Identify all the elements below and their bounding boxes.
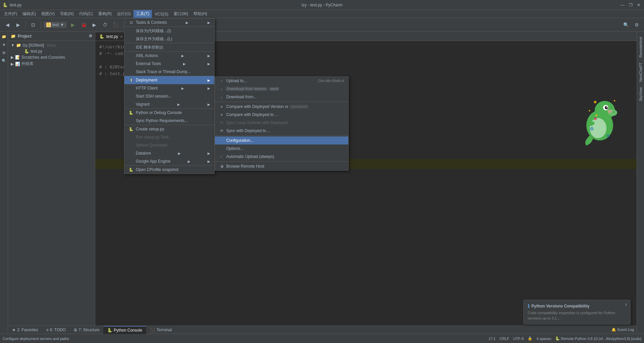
app-icon: 🐍 <box>3 3 8 7</box>
deploy-options[interactable]: Options... <box>215 145 348 153</box>
status-deployment-hint[interactable]: Configure deployment servers and paths <box>3 337 69 341</box>
menu-file[interactable]: 文件(F) <box>1 10 20 18</box>
bottom-tab-terminal[interactable]: ⬛ Terminal <box>146 326 176 334</box>
deploy-upload[interactable]: ↑ Upload to... Ctrl+Alt+Shift+X <box>215 77 348 85</box>
toolbar-search[interactable]: 🔍 <box>621 20 631 30</box>
svg-text:✦: ✦ <box>588 109 591 113</box>
menu-refactor[interactable]: 重构(R) <box>96 10 115 18</box>
download-server-suffix: word <box>270 87 278 91</box>
menu-navigate[interactable]: 导航(N) <box>57 10 76 18</box>
stop-button[interactable]: ⬛ <box>111 20 120 30</box>
toolbar-settings[interactable]: ⚙ <box>632 20 641 30</box>
tasks-icon: ⊡ <box>128 20 134 25</box>
status-encoding[interactable]: UTF-8 <box>513 337 524 341</box>
close-button[interactable]: ✕ <box>636 2 641 8</box>
menu-code[interactable]: 代码(C) <box>76 10 96 18</box>
notification-body: Code compatibility inspection is configu… <box>528 310 626 321</box>
sync-label: Sync Python Requirements... <box>136 118 188 123</box>
menu-view[interactable]: 视图(V) <box>39 10 57 18</box>
profile-button[interactable]: ⏱ <box>100 20 110 30</box>
menu-window[interactable]: 窗口(W) <box>171 10 191 18</box>
tab-close-icon[interactable]: ✕ <box>120 35 123 39</box>
toolbar-back[interactable]: ◀ <box>3 20 12 30</box>
menu-help[interactable]: 帮助(H) <box>191 10 210 18</box>
status-indent[interactable]: 4 spaces <box>536 337 551 341</box>
bottom-tab-python-console[interactable]: 🐍 Python Console <box>103 326 146 334</box>
sync-to-label: Sync with Deployed to ... <box>226 128 271 133</box>
event-log-label[interactable]: 🔔 Event Log <box>611 328 634 332</box>
notification-title-text: Python Versions Compatibility <box>531 304 589 308</box>
right-label-remote[interactable]: RemoteHost <box>638 34 644 60</box>
menu-vcs[interactable]: VCS(S) <box>152 10 171 18</box>
deploy-auto-upload[interactable]: ✓ Automatic Upload (always) <box>215 153 348 161</box>
tools-save-template[interactable]: 保存为代码模板...(I) <box>124 27 214 35</box>
sidebar-icon-2[interactable]: ⊞ <box>0 49 8 56</box>
sidebar-icon-3[interactable]: 🔍 <box>0 57 8 64</box>
minimize-button[interactable]: — <box>620 2 625 8</box>
python-console-tab-label: Python Console <box>114 328 142 333</box>
tools-create-setup[interactable]: 🐍 Create setup.py <box>124 125 214 133</box>
tools-external-tools[interactable]: External Tools ▶ <box>124 60 214 68</box>
vagrant-label: Vagrant <box>136 102 150 107</box>
deploy-configuration[interactable]: Configuration... <box>215 136 348 145</box>
tools-stack-trace[interactable]: Stack Trace or Thread Dump... <box>124 68 214 76</box>
bottom-tab-todo[interactable]: ≡ 6: TODO <box>42 326 70 334</box>
tools-save-file-template[interactable]: 保存文件为模板...(L) <box>124 35 214 43</box>
bottom-tab-structure[interactable]: ⊞ 7: Structure <box>70 326 103 334</box>
deploy-sync-to[interactable]: ⟳ Sync with Deployed to ... <box>215 127 348 135</box>
tools-xml-actions[interactable]: XML Actions ▶ <box>124 52 214 60</box>
menu-edit[interactable]: 编辑(E) <box>20 10 39 18</box>
toolbar-sep-3 <box>123 21 123 29</box>
deploy-download[interactable]: ↓ Download from... <box>215 93 348 101</box>
deploy-sep-3 <box>215 161 348 162</box>
tree-item-test[interactable]: 🐍 test.py <box>8 48 95 54</box>
notification-close[interactable]: ∨ <box>625 302 628 307</box>
status-line-endings[interactable]: CRLF <box>500 337 509 341</box>
title-left: 🐍 test.py <box>3 3 21 7</box>
tools-google-app[interactable]: Google App Engine ▶ <box>124 157 214 165</box>
bottom-tab-favorites[interactable]: ★ 2: Favorites <box>8 326 42 334</box>
status-lock[interactable]: 🔒 <box>528 336 532 341</box>
run-button[interactable]: ▶ <box>68 20 77 30</box>
right-label-sky[interactable]: SkyView <box>638 84 644 104</box>
tools-deployment[interactable]: ⬆ Deployment ▶ <box>124 76 214 84</box>
project-gear-icon[interactable]: ⚙ <box>89 34 92 38</box>
status-interpreter[interactable]: 🐍 Remote Python 3.8.10 (sf.../bin/python… <box>555 336 641 341</box>
maximize-button[interactable]: ❐ <box>628 2 633 8</box>
tools-sync-requirements[interactable]: Sync Python Requirements... <box>124 117 214 125</box>
deploy-download-from-server[interactable]: ↓ Download from lenovo- word <box>215 85 348 93</box>
tools-ide-console[interactable]: IDE 脚本控制台 <box>124 43 214 51</box>
tools-ssh-session[interactable]: Start SSH session... <box>124 92 214 100</box>
tools-vagrant[interactable]: Vagrant ▶ <box>124 100 214 108</box>
tools-datalore[interactable]: Datalore ▶ <box>124 149 214 157</box>
tree-item-scratches[interactable]: ▶ 📝 Scratches and Consoles <box>8 54 95 60</box>
toolbar-forward[interactable]: ▶ <box>13 20 23 30</box>
compare-deployed-icon: ≠ <box>219 104 224 109</box>
tree-item-root[interactable]: ▼ 📁 Izy [628test] DAizy <box>8 42 95 48</box>
editor-tab-test[interactable]: 🐍 test.py ✕ <box>95 33 127 41</box>
debug-button[interactable]: 🐞 <box>79 20 88 30</box>
tools-python-console[interactable]: 🐍 Python or Debug Console <box>124 109 214 117</box>
menu-run[interactable]: 运行(U) <box>114 10 133 18</box>
tools-cprofile[interactable]: 🐍 Open CProfile snapshot <box>124 166 214 174</box>
deploy-compare-to[interactable]: ≠ Compare with Deployed to ... <box>215 111 348 119</box>
auto-upload-check: ✓ <box>219 154 224 159</box>
right-label-next[interactable]: NextChaPT <box>638 60 644 84</box>
sidebar-icon-project[interactable]: 📁 <box>0 33 8 40</box>
tools-http-client[interactable]: HTTP Client ▶ <box>124 84 214 92</box>
run-config-selector[interactable]: 🐍 test ▼ <box>44 22 67 28</box>
menu-tools[interactable]: 工具(T) <box>133 10 152 18</box>
external-label: External Tools <box>136 61 161 66</box>
tree-scratches-icon: 📝 <box>15 55 20 60</box>
deploy-browse-remote[interactable]: 🖥 Browse Remote Host <box>215 162 348 170</box>
terminal-label: Terminal <box>157 328 172 332</box>
coverage-button[interactable]: ▶ <box>90 20 99 30</box>
python-console-label: Python or Debug Console <box>136 110 182 115</box>
toolbar-recent-files[interactable]: ⊡ <box>28 20 38 30</box>
status-position[interactable]: 17:1 <box>488 337 495 341</box>
tree-item-external[interactable]: ▶ 📊 外部库 <box>8 60 95 67</box>
tools-tasks-item[interactable]: ⊡ Tasks & Contexts ▶ <box>124 18 214 26</box>
sidebar-icon-1[interactable]: ★ <box>0 41 8 48</box>
deploy-compare-deployed[interactable]: ≠ Compare with Deployed Version or passw… <box>215 103 348 111</box>
save-file-label: 保存文件为模板...(L) <box>136 36 172 42</box>
